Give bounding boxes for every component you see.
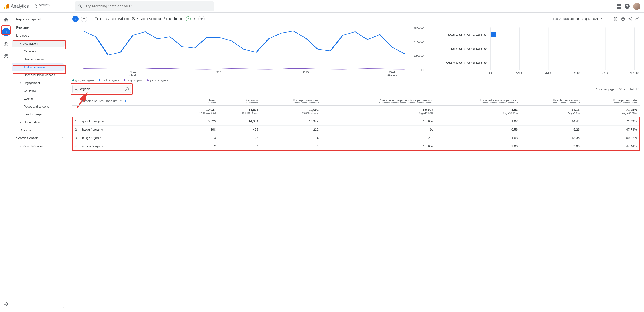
col-users[interactable]: ↓Users xyxy=(176,96,218,106)
sidebar-item-search-console[interactable]: ▸Search Console xyxy=(12,142,68,150)
sidebar-item-retention[interactable]: Retention xyxy=(12,126,68,134)
sidebar-item-traffic-acq[interactable]: Traffic acquisition xyxy=(12,63,65,71)
svg-text:bing / organic: bing / organic xyxy=(451,47,487,50)
col-events-per-session[interactable]: Events per session xyxy=(520,96,582,106)
svg-rect-6 xyxy=(614,17,615,20)
table-row[interactable]: 4yahoo / organic2941m 05s2.009.8944.44% xyxy=(72,142,640,150)
sidebar-section-searchconsole[interactable]: Search Console⌃ xyxy=(12,134,68,142)
pagination-range: 1-4 of 4 xyxy=(630,87,640,91)
col-engagement-rate[interactable]: Engagement rate xyxy=(582,96,640,106)
sidebar-item-pages-screens[interactable]: Pages and screens xyxy=(12,103,68,110)
avatar[interactable] xyxy=(633,3,640,10)
page-title: Traffic acquisition: Session source / me… xyxy=(94,16,182,21)
svg-rect-7 xyxy=(616,17,617,20)
sidebar-item-realtime[interactable]: Realtime xyxy=(12,23,68,32)
legend-item[interactable]: baidu / organic xyxy=(98,79,120,82)
sidebar-item-user-acq-cohorts[interactable]: User acquisition cohorts xyxy=(12,71,68,79)
svg-point-5 xyxy=(5,55,7,57)
bar-chart: 02K4K6K8K10Kbaidu / organicbing / organi… xyxy=(431,25,640,77)
collapse-sidebar-button[interactable]: < xyxy=(63,306,64,309)
legend-item[interactable]: yahoo / organic xyxy=(147,79,168,82)
explore-icon[interactable] xyxy=(2,40,10,48)
rows-per-page-label: Rows per page: xyxy=(595,87,615,91)
col-avg-engagement[interactable]: Average engagement time per session xyxy=(321,96,436,106)
col-sessions[interactable]: Sessions xyxy=(218,96,261,106)
customize-icon[interactable] xyxy=(614,17,618,21)
report-header: A + Traffic acquisition: Session source … xyxy=(68,13,644,25)
account-selector[interactable]: All accounts ▼ xyxy=(35,4,50,9)
legend-item[interactable]: bing / organic xyxy=(124,79,143,82)
verified-icon[interactable]: ✓ xyxy=(186,17,191,21)
segment-chip[interactable]: A xyxy=(72,16,78,22)
topbar: Analytics All accounts ▼ ? xyxy=(0,0,644,13)
dropdown-icon: ▾ xyxy=(624,88,625,91)
sidebar-item-events[interactable]: Events xyxy=(12,95,68,103)
help-icon[interactable]: ? xyxy=(625,4,630,9)
svg-rect-40 xyxy=(490,61,491,65)
svg-text:2K: 2K xyxy=(516,72,523,75)
legend-dot-icon xyxy=(124,79,125,81)
col-engaged-sessions[interactable]: Engaged sessions xyxy=(261,96,321,106)
home-icon[interactable] xyxy=(2,16,10,24)
advertising-icon[interactable] xyxy=(2,52,10,60)
svg-text:04: 04 xyxy=(389,71,396,74)
global-search-input[interactable] xyxy=(86,4,211,8)
sidebar: Reports snapshot Realtime Life cycle⌃ ▾A… xyxy=(12,13,68,312)
date-preset-label: Last 28 days xyxy=(553,17,568,21)
logo[interactable]: Analytics xyxy=(4,4,29,9)
date-range-picker[interactable]: Last 28 days Jul 10 - Aug 6, 2024 ▾ xyxy=(553,17,603,21)
global-search[interactable] xyxy=(75,1,214,11)
sidebar-item-monetization[interactable]: ▸Monetization xyxy=(12,118,68,126)
svg-text:0: 0 xyxy=(489,72,492,75)
table-row[interactable]: 2baidu / organic3984652229s0.565.2647.74… xyxy=(72,125,640,134)
sidebar-item-user-acq[interactable]: User acquisition xyxy=(12,55,68,63)
svg-rect-38 xyxy=(490,46,491,51)
sidebar-item-acq-overview[interactable]: Overview xyxy=(12,48,68,55)
table-row[interactable]: 3bing / organic1323141m 21s1.0813.3560.8… xyxy=(72,134,640,142)
col-eng-per-user[interactable]: Engaged sessions per user xyxy=(436,96,520,106)
sidebar-section-lifecycle[interactable]: Life cycle⌃ xyxy=(12,32,68,40)
sidebar-item-acquisition[interactable]: ▾Acquisition xyxy=(12,40,65,48)
apps-icon[interactable] xyxy=(616,4,621,9)
divider xyxy=(607,16,607,22)
svg-text:600: 600 xyxy=(414,26,424,29)
legend-dot-icon xyxy=(98,79,100,81)
legend-item[interactable]: google / organic xyxy=(72,79,94,82)
table-search[interactable]: ✕ xyxy=(72,85,131,93)
table-row[interactable]: 1google / organic9,62914,38410,3471m 05s… xyxy=(72,117,640,125)
svg-point-11 xyxy=(631,20,632,20)
svg-text:4K: 4K xyxy=(545,72,552,75)
sidebar-item-reports-snapshot[interactable]: Reports snapshot xyxy=(12,15,68,23)
svg-text:200: 200 xyxy=(414,54,424,57)
dropdown-icon[interactable]: ▾ xyxy=(194,17,195,20)
search-icon xyxy=(74,87,78,91)
add-dimension-button[interactable]: + xyxy=(124,98,127,103)
caret-down-icon: ▾ xyxy=(20,81,21,84)
data-table: Session source / medium ▾ + ↓Users Sessi… xyxy=(72,96,640,150)
divider xyxy=(91,16,91,22)
clear-search-icon[interactable]: ✕ xyxy=(125,87,129,91)
add-button[interactable]: + xyxy=(198,16,205,22)
analytics-logo-icon xyxy=(4,4,9,9)
search-icon xyxy=(78,4,82,9)
sidebar-item-landing-page[interactable]: Landing page xyxy=(12,110,68,118)
svg-text:21: 21 xyxy=(216,71,222,74)
dimension-selector[interactable]: Session source / medium ▾ + xyxy=(82,98,174,103)
table-search-input[interactable] xyxy=(80,87,125,91)
sidebar-item-eng-overview[interactable]: Overview xyxy=(12,87,68,95)
dropdown-icon: ▼ xyxy=(35,6,37,9)
caret-right-icon: ▸ xyxy=(20,145,21,147)
settings-icon[interactable] xyxy=(2,300,10,308)
share-icon[interactable] xyxy=(628,17,632,21)
chevron-up-icon: ⌃ xyxy=(62,137,64,140)
dropdown-icon: ▾ xyxy=(120,99,122,102)
logo-text: Analytics xyxy=(11,4,29,9)
rows-per-page-selector[interactable]: 10 ▾ xyxy=(619,87,626,91)
add-comparison-button[interactable]: + xyxy=(81,16,87,22)
sidebar-item-engagement[interactable]: ▾Engagement xyxy=(12,79,68,87)
reports-icon[interactable] xyxy=(2,28,10,36)
insights-icon[interactable] xyxy=(621,17,625,21)
svg-point-10 xyxy=(631,17,632,18)
trend-icon[interactable] xyxy=(635,17,640,21)
svg-text:400: 400 xyxy=(414,40,424,43)
